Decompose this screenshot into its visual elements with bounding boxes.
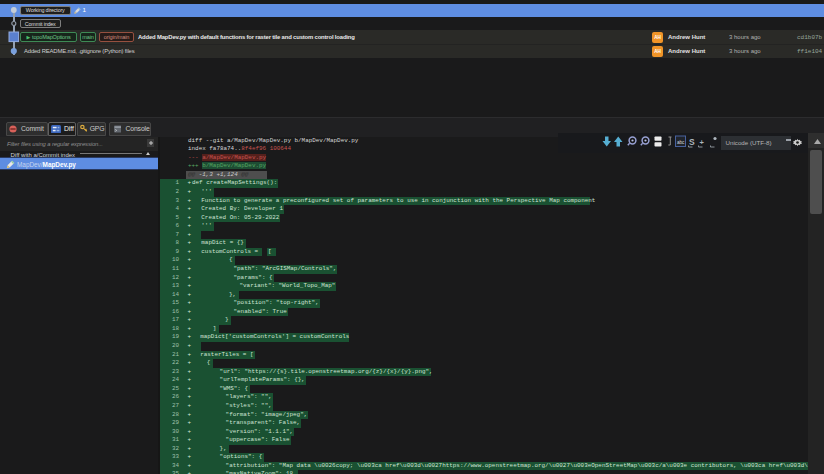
- svg-text:abc: abc: [677, 140, 685, 145]
- svg-text:S: S: [689, 137, 695, 147]
- svg-text:+: +: [700, 138, 705, 147]
